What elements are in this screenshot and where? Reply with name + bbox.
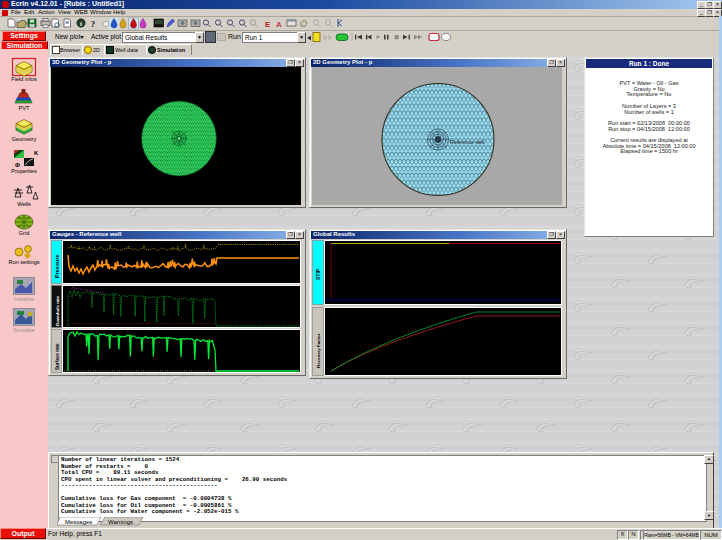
svg-text:Messages: Messages	[65, 519, 92, 525]
svg-text:Φ: Φ	[15, 162, 20, 168]
svg-text:Grid: Grid	[19, 230, 30, 236]
svg-text:K: K	[34, 150, 39, 156]
svg-text:Simulate: Simulate	[13, 327, 35, 333]
svg-text:Run settings: Run settings	[8, 259, 39, 265]
svg-text:A: A	[276, 20, 282, 29]
svg-text:STIP: STIP	[315, 268, 321, 280]
svg-text:Geometry: Geometry	[12, 136, 37, 142]
svg-text:Properties: Properties	[11, 168, 37, 174]
svg-text:i: i	[80, 20, 82, 28]
svg-text:Downhole rate: Downhole rate	[55, 295, 60, 326]
svg-text:Warnings: Warnings	[108, 519, 133, 525]
svg-text:Recovery Factor: Recovery Factor	[316, 333, 321, 368]
svg-text:Reference well: Reference well	[450, 139, 484, 145]
svg-text:Initialize: Initialize	[14, 296, 34, 302]
svg-text:PVT: PVT	[19, 105, 30, 111]
svg-text:?: ?	[91, 19, 96, 29]
svg-text:E: E	[265, 20, 271, 29]
svg-text:Pressure: Pressure	[54, 254, 60, 278]
svg-text:Field infos: Field infos	[11, 76, 37, 82]
svg-text:Wells: Wells	[17, 201, 31, 207]
svg-text:Surface rate: Surface rate	[55, 343, 60, 370]
